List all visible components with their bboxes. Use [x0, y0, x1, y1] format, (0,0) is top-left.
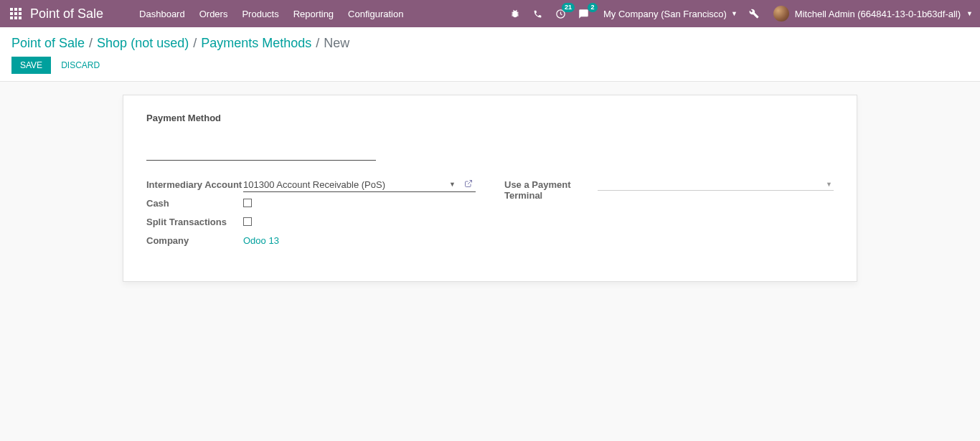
content: Payment Method Intermediary Account ▼ Ca… — [0, 82, 980, 295]
navbar: Point of Sale Dashboard Orders Products … — [0, 0, 980, 27]
company-link[interactable]: Odoo 13 — [243, 234, 279, 246]
user-menu[interactable]: Mitchell Admin (664841-13-0-1b63df-all) … — [773, 6, 973, 22]
breadcrumb-sep: / — [316, 36, 319, 51]
messages-badge: 2 — [588, 3, 598, 12]
user-label: Mitchell Admin (664841-13-0-1b63df-all) — [795, 9, 961, 19]
activity-icon[interactable]: 21 — [555, 7, 567, 20]
company-label: My Company (San Francisco) — [603, 9, 727, 19]
breadcrumb-sep: / — [89, 36, 93, 51]
apps-icon[interactable] — [9, 6, 23, 21]
bug-icon[interactable] — [509, 7, 522, 20]
tools-icon[interactable] — [748, 7, 760, 20]
value-cash — [243, 196, 476, 209]
row-intermediary-account: Intermediary Account ▼ — [146, 178, 476, 192]
caret-down-icon: ▼ — [731, 10, 738, 17]
nav-products[interactable]: Products — [242, 9, 278, 19]
caret-down-icon: ▼ — [966, 10, 973, 17]
row-company: Company Odoo 13 — [146, 234, 476, 248]
messages-icon[interactable]: 2 — [578, 7, 590, 20]
payment-method-name-input[interactable] — [146, 139, 376, 161]
label-use-terminal: Use a Payment Terminal — [504, 178, 598, 201]
company-select[interactable]: My Company (San Francisco) ▼ — [603, 9, 738, 19]
value-company: Odoo 13 — [243, 234, 476, 246]
label-intermediary-account: Intermediary Account — [146, 178, 243, 190]
breadcrumb-current: New — [324, 36, 349, 51]
split-transactions-checkbox[interactable] — [243, 217, 252, 226]
form-title-label: Payment Method — [146, 113, 834, 123]
form-col-right: Use a Payment Terminal ▼ — [504, 178, 834, 252]
row-use-terminal: Use a Payment Terminal ▼ — [504, 178, 834, 201]
avatar — [773, 6, 789, 22]
intermediary-account-input[interactable] — [243, 178, 476, 192]
nav-menu: Dashboard Orders Products Reporting Conf… — [139, 9, 509, 19]
external-link-icon[interactable] — [464, 179, 473, 189]
breadcrumb-link-payments[interactable]: Payments Methods — [201, 36, 311, 51]
cash-checkbox[interactable] — [243, 199, 252, 207]
nav-orders[interactable]: Orders — [199, 9, 228, 19]
breadcrumb-sep: / — [193, 36, 197, 51]
row-split-transactions: Split Transactions — [146, 215, 476, 229]
label-company: Company — [146, 234, 243, 246]
value-intermediary-account: ▼ — [243, 178, 476, 192]
breadcrumb-link-shop[interactable]: Shop (not used) — [97, 36, 189, 51]
value-split-transactions — [243, 215, 476, 228]
nav-configuration[interactable]: Configuration — [348, 9, 403, 19]
save-button[interactable]: Save — [11, 57, 51, 74]
row-cash: Cash — [146, 196, 476, 211]
form-sheet: Payment Method Intermediary Account ▼ Ca… — [123, 95, 857, 282]
brand[interactable]: Point of Sale — [30, 6, 103, 22]
activity-badge: 21 — [562, 3, 575, 12]
use-terminal-input[interactable] — [598, 178, 834, 191]
phone-icon[interactable] — [532, 7, 545, 20]
discard-button[interactable]: Discard — [61, 60, 100, 70]
caret-down-icon[interactable]: ▼ — [826, 181, 832, 188]
caret-down-icon[interactable]: ▼ — [449, 181, 456, 188]
label-cash: Cash — [146, 196, 243, 209]
breadcrumb-bar: Point of Sale / Shop (not used) / Paymen… — [0, 27, 980, 82]
form-grid: Intermediary Account ▼ Cash — [146, 178, 834, 252]
action-bar: Save Discard — [11, 57, 969, 74]
breadcrumb-link-pos[interactable]: Point of Sale — [11, 36, 85, 51]
nav-reporting[interactable]: Reporting — [293, 9, 334, 19]
value-use-terminal: ▼ — [598, 178, 834, 191]
nav-dashboard[interactable]: Dashboard — [139, 9, 185, 19]
form-col-left: Intermediary Account ▼ Cash — [146, 178, 476, 252]
label-split-transactions: Split Transactions — [146, 215, 243, 227]
breadcrumb: Point of Sale / Shop (not used) / Paymen… — [11, 36, 969, 51]
nav-right: 21 2 My Company (San Francisco) ▼ Mitche… — [509, 6, 973, 22]
